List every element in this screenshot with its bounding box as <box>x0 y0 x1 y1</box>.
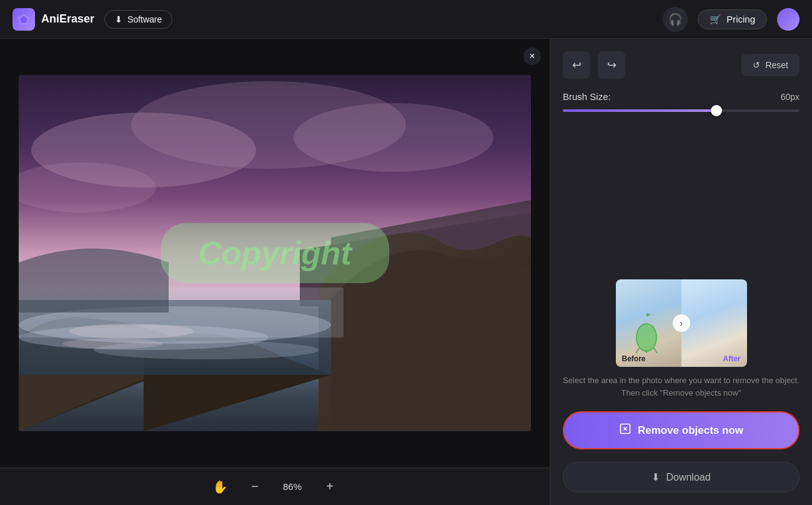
reset-button[interactable]: ↺ Reset <box>741 54 800 76</box>
svg-marker-16 <box>646 313 651 317</box>
software-button[interactable]: ⬇ Software <box>104 10 172 29</box>
right-panel: ↩ ↪ ↺ Reset Brush Size: 60px <box>550 39 812 505</box>
control-row: ↩ ↪ ↺ Reset <box>563 51 800 79</box>
download-button[interactable]: ⬇ Download <box>563 462 800 492</box>
plus-icon: + <box>326 479 334 494</box>
headset-icon: 🎧 <box>668 12 682 26</box>
after-label: After <box>723 354 740 363</box>
undo-button[interactable]: ↩ <box>563 51 590 79</box>
brush-slider-track[interactable] <box>563 109 800 112</box>
zoom-level: 86% <box>280 481 305 492</box>
svg-line-17 <box>636 348 639 353</box>
reset-label: Reset <box>765 60 788 70</box>
before-after-container: Before › After <box>616 279 747 367</box>
preview-section: Before › After Select the area in the ph… <box>563 279 800 399</box>
canvas-area: × <box>0 39 550 505</box>
header-left: AniEraser ⬇ Software <box>12 8 172 31</box>
undo-icon: ↩ <box>572 58 582 72</box>
divider-arrow: › <box>673 314 690 332</box>
reset-icon: ↺ <box>753 60 760 70</box>
brush-label: Brush Size: <box>563 91 611 102</box>
cart-icon: 🛒 <box>710 14 721 25</box>
software-label: Software <box>127 14 162 24</box>
zoom-out-button[interactable]: − <box>245 477 265 497</box>
remove-icon <box>619 422 631 438</box>
header-right: 🎧 🛒 Pricing <box>663 7 800 32</box>
svg-line-19 <box>654 348 657 353</box>
canvas-toolbar: ✋ − 86% + <box>0 468 550 505</box>
redo-button[interactable]: ↪ <box>598 51 625 79</box>
redo-icon: ↪ <box>607 58 616 72</box>
logo-icon <box>12 8 35 31</box>
avatar[interactable] <box>777 8 800 31</box>
pricing-button[interactable]: 🛒 Pricing <box>698 9 767 29</box>
slider-fill <box>563 109 716 112</box>
hand-icon: ✋ <box>212 479 228 494</box>
before-half: Before <box>616 279 681 367</box>
bird-before <box>630 309 664 353</box>
remove-objects-button[interactable]: Remove objects now <box>563 411 800 449</box>
zoom-in-button[interactable]: + <box>320 477 340 497</box>
close-button[interactable]: × <box>523 48 541 65</box>
after-half: After <box>681 279 747 367</box>
brush-value: 60px <box>781 92 800 102</box>
brush-header: Brush Size: 60px <box>563 91 800 102</box>
image-wrapper[interactable]: Copyright <box>19 75 531 431</box>
brush-section: Brush Size: 60px <box>563 91 800 112</box>
landscape-image <box>19 75 531 431</box>
download-icon: ⬇ <box>651 471 660 483</box>
download-icon: ⬇ <box>115 14 122 24</box>
logo-text: AniEraser <box>41 12 94 26</box>
hint-text: Select the area in the photo where you w… <box>563 374 800 399</box>
svg-point-5 <box>294 103 493 172</box>
svg-point-12 <box>69 324 194 339</box>
logo-area: AniEraser <box>12 8 94 31</box>
before-label: Before <box>622 354 646 363</box>
main-content: × <box>0 39 812 505</box>
svg-point-13 <box>62 339 162 349</box>
slider-thumb[interactable] <box>711 105 722 116</box>
svg-point-14 <box>636 324 656 351</box>
download-label: Download <box>666 472 710 483</box>
pricing-label: Pricing <box>726 14 755 24</box>
support-button[interactable]: 🎧 <box>663 7 688 32</box>
hand-tool-button[interactable]: ✋ <box>210 477 230 497</box>
remove-label: Remove objects now <box>638 424 743 437</box>
canvas-container: × <box>0 39 550 468</box>
header: AniEraser ⬇ Software 🎧 🛒 Pricing <box>0 0 812 39</box>
minus-icon: − <box>251 479 259 494</box>
close-icon: × <box>529 51 535 62</box>
